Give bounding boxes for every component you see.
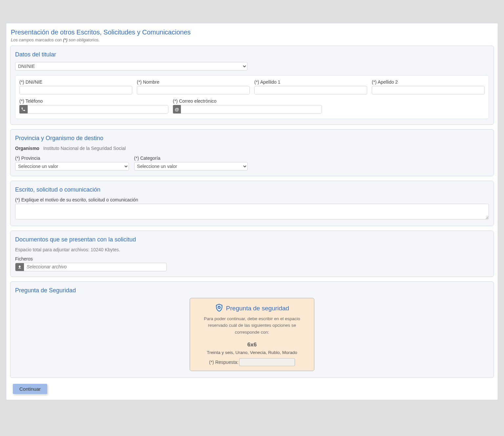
panel-title-titular: Datos del titular xyxy=(15,51,489,58)
titular-inner-box: (*) DNI/NIE (*) Nombre (*) Apellido 1 (*… xyxy=(15,75,489,119)
nombre-label: (*) Nombre xyxy=(137,79,250,85)
organismo-line: Organismo Instituto Nacional de la Segur… xyxy=(15,146,489,151)
apellido1-input[interactable] xyxy=(254,86,367,94)
apellido2-label: (*) Apellido 2 xyxy=(372,79,485,85)
continue-button[interactable]: Continuar xyxy=(13,384,47,394)
panel-seguridad: Pregunta de Seguridad Pregunta de seguri… xyxy=(10,281,494,378)
file-picker[interactable]: Seleccionar archivo xyxy=(15,263,167,271)
categoria-select[interactable]: Seleccione un valor xyxy=(134,162,248,171)
apellido1-label: (*) Apellido 1 xyxy=(254,79,367,85)
email-label: (*) Correo electrónico xyxy=(173,98,322,104)
organismo-value: Instituto Nacional de la Seguridad Socia… xyxy=(43,146,126,151)
provincia-select[interactable]: Seleccione un valor xyxy=(15,162,129,171)
security-card: Pregunta de seguridad Para poder continu… xyxy=(190,298,314,371)
id-type-select[interactable]: DNI/NIE xyxy=(15,62,247,71)
panel-escrito: Escrito, solicitud o comunicación (*) Ex… xyxy=(10,181,494,226)
security-options: Treinta y seis, Urano, Venecia, Rublo, M… xyxy=(195,350,309,355)
documentos-espacio: Espacio total para adjuntar archivos: 10… xyxy=(15,247,489,252)
panel-datos-titular: Datos del titular DNI/NIE (*) DNI/NIE (*… xyxy=(10,46,494,125)
motivo-textarea[interactable] xyxy=(15,204,489,219)
panel-title-seguridad: Pregunta de Seguridad xyxy=(15,287,489,294)
page-title: Presentación de otros Escritos, Solicitu… xyxy=(11,29,494,36)
panel-destino: Provincia y Organismo de destino Organis… xyxy=(10,129,494,176)
telefono-input[interactable] xyxy=(28,105,168,114)
form-page: Presentación de otros Escritos, Solicitu… xyxy=(6,23,498,400)
security-card-title: Pregunta de seguridad xyxy=(226,305,289,312)
security-answer-label: (*) Respuesta: xyxy=(209,360,238,365)
file-placeholder-text: Seleccionar archivo xyxy=(24,263,166,271)
organismo-label: Organismo xyxy=(15,146,39,151)
page-subtitle: Los campos marcados con (*) son obligato… xyxy=(11,37,494,42)
panel-title-documentos: Documentos que se presentan con la solic… xyxy=(15,236,489,243)
provincia-label: (*) Provincia xyxy=(15,156,129,161)
nombre-input[interactable] xyxy=(137,86,250,94)
shield-icon xyxy=(215,303,223,313)
upload-icon xyxy=(15,263,24,271)
at-icon: @ xyxy=(173,105,181,114)
dni-label: (*) DNI/NIE xyxy=(19,79,132,85)
apellido2-input[interactable] xyxy=(372,86,485,94)
security-answer-input[interactable] xyxy=(239,358,295,366)
email-input[interactable] xyxy=(181,105,322,114)
phone-icon xyxy=(19,105,28,114)
motivo-label: (*) Explique el motivo de su escrito, so… xyxy=(15,197,489,202)
security-question: 6x6 xyxy=(195,342,309,348)
panel-title-destino: Provincia y Organismo de destino xyxy=(15,135,489,142)
ficheros-label: Ficheros xyxy=(15,256,489,261)
panel-title-escrito: Escrito, solicitud o comunicación xyxy=(15,186,489,193)
dni-input[interactable] xyxy=(19,86,132,94)
categoria-label: (*) Categoría xyxy=(134,156,248,161)
panel-documentos: Documentos que se presentan con la solic… xyxy=(10,231,494,277)
security-description: Para poder continuar, debe escribir en e… xyxy=(195,316,309,336)
telefono-label: (*) Teléfono xyxy=(19,98,168,104)
